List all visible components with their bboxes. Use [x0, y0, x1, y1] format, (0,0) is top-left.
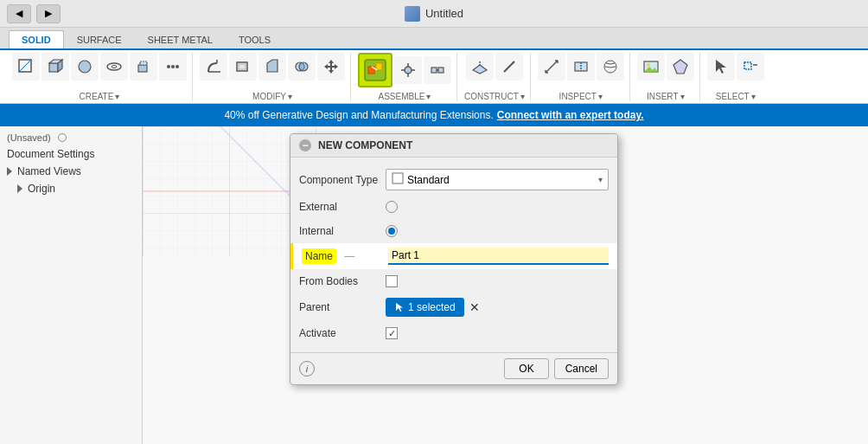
- panel-named-views[interactable]: Named Views: [0, 163, 142, 180]
- tab-tools[interactable]: TOOLS: [226, 30, 284, 48]
- svg-point-25: [405, 67, 412, 74]
- forward-button[interactable]: ▶: [36, 4, 61, 23]
- footer-buttons: OK Cancel: [504, 358, 609, 379]
- component-type-control: Standard ▾: [386, 169, 609, 190]
- modify-fillet-btn[interactable]: [200, 53, 227, 80]
- from-bodies-label: From Bodies: [299, 275, 386, 287]
- window-controls: ◀ ▶: [7, 4, 61, 23]
- named-views-arrow: [7, 167, 12, 176]
- select-filter-btn[interactable]: [737, 53, 764, 80]
- component-type-select[interactable]: Standard ▾: [386, 169, 609, 190]
- svg-line-37: [546, 61, 558, 73]
- select-arrow-btn[interactable]: [707, 53, 735, 80]
- unsaved-label: (Unsaved): [7, 132, 51, 143]
- create-label: CREATE ▾: [80, 92, 120, 101]
- assemble-main-btn[interactable]: [358, 53, 393, 87]
- create-box-btn[interactable]: [41, 53, 69, 80]
- standard-icon: [392, 172, 404, 187]
- info-icon[interactable]: i: [299, 361, 315, 376]
- parent-selected-btn[interactable]: 1 selected: [386, 298, 464, 317]
- component-type-row: Component Type Standard ▾: [290, 164, 617, 195]
- back-button[interactable]: ◀: [7, 4, 31, 23]
- toolbar-group-insert: INSERT ▾: [632, 53, 700, 101]
- inspect-measure-btn[interactable]: [538, 53, 565, 80]
- svg-marker-20: [324, 60, 338, 74]
- activate-checkbox[interactable]: ✓: [386, 327, 398, 339]
- insert-label: INSERT ▾: [647, 92, 685, 101]
- assemble-label: ASSEMBLE ▾: [379, 92, 431, 101]
- modify-shell-btn[interactable]: [229, 53, 257, 80]
- title-text: Untitled: [425, 7, 463, 20]
- select-dropdown-arrow: ▾: [598, 175, 603, 184]
- named-views-label: Named Views: [17, 165, 81, 177]
- internal-label: Internal: [299, 225, 386, 237]
- app-icon: [405, 6, 420, 22]
- insert-decal-btn[interactable]: [667, 53, 694, 80]
- svg-point-7: [112, 65, 117, 68]
- origin-arrow: [17, 184, 22, 193]
- parent-row: Parent 1 selected ✕: [290, 293, 617, 321]
- name-input[interactable]: [388, 248, 609, 265]
- inspect-section-btn[interactable]: [567, 53, 595, 80]
- dialog-collapse-btn[interactable]: −: [299, 139, 311, 151]
- create-sphere-btn[interactable]: [71, 53, 99, 80]
- assemble-joint-btn[interactable]: [394, 56, 422, 84]
- title-bar: ◀ ▶ Untitled: [0, 0, 868, 28]
- create-torus-btn[interactable]: [100, 53, 128, 80]
- from-bodies-checkbox[interactable]: [386, 275, 398, 287]
- panel-document-settings[interactable]: Document Settings: [0, 145, 142, 163]
- parent-control: 1 selected ✕: [386, 298, 609, 317]
- select-label: SELECT ▾: [716, 92, 756, 101]
- modify-move-btn[interactable]: [317, 53, 345, 80]
- external-radio[interactable]: [386, 201, 398, 213]
- from-bodies-row: From Bodies: [290, 269, 617, 293]
- toolbar-group-construct: CONSTRUCT ▾: [459, 53, 531, 101]
- component-type-label: Component Type: [299, 174, 386, 186]
- parent-clear-btn[interactable]: ✕: [469, 300, 480, 314]
- svg-point-11: [171, 65, 175, 68]
- svg-marker-49: [716, 60, 726, 74]
- viewport: − NEW COMPONENT Component Type Standard …: [143, 126, 868, 444]
- cursor-icon: [394, 302, 405, 312]
- create-extrude-btn[interactable]: [130, 53, 157, 80]
- toolbar-group-create: CREATE ▾: [7, 53, 193, 101]
- ok-button[interactable]: OK: [504, 358, 548, 379]
- assemble-rigid-btn[interactable]: [424, 56, 451, 84]
- tab-solid[interactable]: SOLID: [9, 30, 64, 48]
- document-settings-label: Document Settings: [7, 148, 94, 160]
- panel-unsaved[interactable]: (Unsaved): [0, 130, 142, 145]
- activate-control: ✓: [386, 327, 609, 339]
- dialog-footer: i OK Cancel: [290, 352, 617, 384]
- svg-rect-30: [431, 68, 437, 73]
- modify-chamfer-btn[interactable]: [258, 53, 286, 80]
- insert-image-btn[interactable]: [637, 53, 665, 80]
- tab-sheet-metal[interactable]: SHEET METAL: [135, 30, 226, 48]
- create-sketch-btn[interactable]: [12, 53, 40, 80]
- svg-point-5: [79, 61, 91, 73]
- toolbar-group-modify: MODIFY ▾: [195, 53, 351, 101]
- svg-rect-9: [140, 61, 147, 65]
- tab-surface[interactable]: SURFACE: [64, 30, 135, 48]
- create-more-btn[interactable]: [159, 53, 187, 80]
- new-component-dialog: − NEW COMPONENT Component Type Standard …: [290, 133, 618, 385]
- origin-label: Origin: [28, 183, 55, 195]
- toolbar-group-assemble: ASSEMBLE ▾: [353, 53, 457, 101]
- external-control: [386, 201, 609, 213]
- promo-link[interactable]: Connect with an expert today.: [497, 109, 644, 121]
- svg-rect-50: [744, 62, 751, 69]
- construct-plane-btn[interactable]: [466, 53, 494, 80]
- inspect-zebra-btn[interactable]: [597, 53, 624, 80]
- cancel-button[interactable]: Cancel: [554, 358, 609, 379]
- parent-value: 1 selected: [408, 301, 456, 313]
- modify-combine-btn[interactable]: [288, 53, 316, 80]
- svg-line-1: [19, 60, 31, 72]
- toolbar-group-inspect: INSPECT ▾: [533, 53, 630, 101]
- svg-marker-33: [473, 65, 487, 74]
- internal-radio[interactable]: [386, 225, 398, 237]
- construct-axis-btn[interactable]: [495, 53, 523, 80]
- external-label: External: [299, 201, 386, 213]
- panel-origin[interactable]: Origin: [0, 180, 142, 197]
- ribbon-tabs: SOLID SURFACE SHEET METAL TOOLS: [0, 28, 868, 50]
- svg-rect-31: [438, 68, 444, 73]
- name-row: Name —: [290, 243, 617, 269]
